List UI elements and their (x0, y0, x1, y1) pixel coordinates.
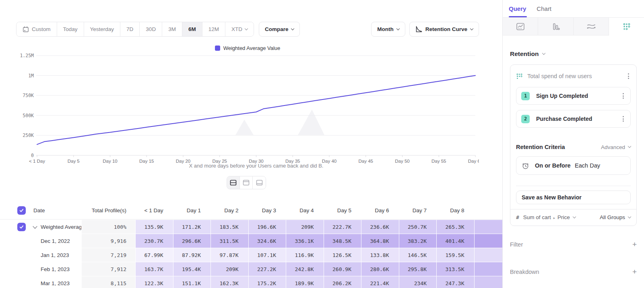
table-row[interactable]: Mar 1, 20238,115122.3K151.1K162.3K175.2K… (0, 276, 502, 288)
compare-button[interactable]: Compare (259, 22, 300, 37)
retention-value-cell[interactable]: 383.2K (399, 234, 437, 248)
criteria-timing-card[interactable]: On or Before Each Day (516, 156, 631, 175)
watermark-triangle (298, 110, 324, 135)
retention-value-cell[interactable]: 280.6K (361, 262, 399, 276)
retention-value-cell[interactable]: 324.6K (249, 234, 286, 248)
range-xtd[interactable]: XTD (225, 22, 254, 36)
alarm-clock-icon (522, 162, 529, 170)
retention-value-cell[interactable]: 222.7K (324, 220, 361, 234)
retention-value-cell[interactable]: 171.2K (173, 220, 211, 234)
table-row[interactable]: Feb 1, 20237,912163.7K195.4K209K227.2K24… (0, 262, 502, 276)
range-12m[interactable]: 12M (202, 22, 225, 36)
groups-dropdown[interactable]: All Groups (600, 214, 631, 220)
retention-value-cell[interactable]: 234K (399, 276, 437, 288)
retention-value-cell[interactable]: 135.9K (136, 220, 173, 234)
checkbox-checked[interactable] (17, 223, 26, 231)
retention-value-cell[interactable]: 122.3K (136, 276, 173, 288)
retention-value-cell[interactable]: 116.9K (286, 248, 324, 262)
table-row[interactable]: Dec 1, 20229,916230.7K296.6K311.5K324.6K… (0, 234, 502, 248)
retention-value-cell[interactable]: 151.1K (173, 276, 211, 288)
table-view-button[interactable] (253, 176, 266, 189)
retention-value-cell[interactable]: 87.92K (173, 248, 211, 262)
retention-value-cell[interactable]: 247.3K (437, 276, 474, 288)
retention-value-cell[interactable]: 195.4K (173, 262, 211, 276)
range-7d[interactable]: 7D (120, 22, 140, 36)
retention-value-cell[interactable]: 364.8K (361, 234, 399, 248)
retention-value-cell[interactable]: 162.3K (211, 276, 248, 288)
save-as-new-behavior-button[interactable]: Save as New Behavior (516, 191, 631, 204)
retention-value-cell[interactable]: 348.5K (324, 234, 361, 248)
retention-value-cell[interactable]: 163.7K (136, 262, 173, 276)
retention-value-cell[interactable]: 260.9K (324, 262, 361, 276)
insights-report-tab[interactable] (503, 18, 538, 35)
retention-section-header[interactable]: Retention (510, 50, 637, 58)
retention-value-cell[interactable]: 183.5K (211, 220, 248, 234)
range-yesterday[interactable]: Yesterday (84, 22, 121, 36)
range-3m[interactable]: 3M (162, 22, 182, 36)
retention-value-cell[interactable]: 209K (286, 220, 324, 234)
weighted-average-line[interactable] (37, 76, 475, 145)
retention-value-cell[interactable]: 250.7K (399, 220, 437, 234)
retention-value-cell[interactable]: 311.5K (211, 234, 248, 248)
retention-value-cell[interactable]: 67.99K (136, 248, 173, 262)
groups-label: All Groups (600, 214, 625, 220)
legend-label: Weighted Average Value (223, 45, 281, 51)
retention-value-cell[interactable]: 126.5K (324, 248, 361, 262)
retention-value-cell[interactable]: 230.7K (136, 234, 173, 248)
retention-value-cell[interactable]: 227.2K (249, 262, 286, 276)
retention-value-cell[interactable]: 296.6K (173, 234, 211, 248)
tab-query[interactable]: Query (509, 0, 526, 17)
event-step-2[interactable]: 2 Purchase Completed (516, 110, 631, 128)
split-view-button[interactable] (227, 176, 240, 189)
clipped-value-cell (475, 262, 503, 276)
retention-value-cell[interactable]: 175.2K (249, 276, 286, 288)
retention-value-cell[interactable]: 133.8K (361, 248, 399, 262)
range-today[interactable]: Today (57, 22, 84, 36)
range-custom[interactable]: Custom (17, 22, 57, 36)
add-filter-button[interactable]: + (632, 240, 637, 248)
chart-view-button[interactable] (240, 176, 253, 189)
property-dropdown[interactable]: Sum of cart ▸ Price (523, 214, 570, 220)
retention-report-tab[interactable] (609, 18, 644, 35)
expand-chevron-icon[interactable] (33, 224, 37, 228)
checkbox-checked[interactable] (17, 206, 26, 215)
event-step-1[interactable]: 1 Sign Up Completed (516, 87, 631, 105)
advanced-dropdown[interactable]: Advanced (601, 144, 631, 150)
add-breakdown-button[interactable]: + (632, 268, 637, 276)
retention-value-cell[interactable]: 107.1K (249, 248, 286, 262)
retention-value-cell[interactable]: 401.4K (437, 234, 474, 248)
subproperty-label: Price (557, 214, 570, 220)
granularity-button[interactable]: Month (371, 22, 405, 37)
retention-value-cell[interactable]: 313.5K (437, 262, 474, 276)
range-6m[interactable]: 6M (182, 22, 202, 36)
retention-value-cell[interactable]: 221.4K (361, 276, 399, 288)
table-row[interactable]: Weighted Average ...100%135.9K171.2K183.… (0, 220, 502, 234)
step-menu-button[interactable] (621, 91, 625, 100)
retention-value-cell[interactable]: 196.6K (249, 220, 286, 234)
flows-report-tab[interactable] (574, 18, 609, 35)
range-30d[interactable]: 30D (140, 22, 162, 36)
retention-value-cell[interactable]: 336.1K (286, 234, 324, 248)
chart-type-button[interactable]: Retention Curve (409, 22, 479, 37)
retention-value-cell[interactable]: 295.8K (399, 262, 437, 276)
retention-value-cell[interactable]: 146.5K (399, 248, 437, 262)
behavior-grid-icon (516, 73, 523, 80)
retention-value-cell[interactable]: 97.87K (211, 248, 248, 262)
tab-chart[interactable]: Chart (537, 0, 551, 17)
calendar-icon (23, 26, 29, 33)
funnels-report-tab[interactable] (538, 18, 574, 35)
breakdown-label: Breakdown (510, 269, 632, 275)
table-row[interactable]: Jan 1, 20237,21967.99K87.92K97.87K107.1K… (0, 248, 502, 262)
step-menu-button[interactable] (621, 114, 625, 123)
retention-value-cell[interactable]: 159.5K (437, 248, 474, 262)
retention-value-cell[interactable]: 206.2K (324, 276, 361, 288)
retention-value-cell[interactable]: 242.8K (286, 262, 324, 276)
retention-value-cell[interactable]: 209K (211, 262, 248, 276)
day-header-cell: Day 4 (286, 201, 324, 219)
retention-value-cell[interactable]: 236.6K (361, 220, 399, 234)
behavior-menu-button[interactable] (626, 72, 631, 81)
measurement-row: # Sum of cart ▸ Price All Groups (510, 209, 636, 226)
property-label: Sum of cart (523, 214, 551, 220)
retention-value-cell[interactable]: 265.3K (437, 220, 474, 234)
retention-value-cell[interactable]: 189.9K (286, 276, 324, 288)
